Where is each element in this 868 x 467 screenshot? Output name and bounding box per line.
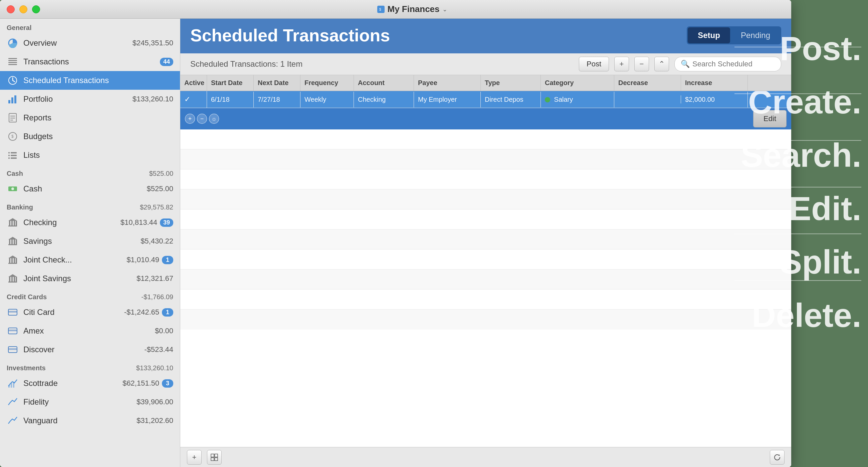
minus-icon: − (640, 60, 644, 68)
sidebar-label-overview: Overview (23, 38, 132, 48)
citi-card-icon (7, 306, 19, 318)
sidebar-section-credit: Credit Cards -$1,766.09 (0, 288, 180, 303)
svg-rect-35 (11, 239, 13, 244)
svg-point-26 (11, 188, 14, 190)
svg-rect-34 (9, 239, 10, 244)
callout-line-edit (735, 187, 861, 188)
lists-icon (7, 149, 19, 161)
svg-rect-47 (11, 277, 13, 281)
citi-badge: 1 (162, 308, 173, 316)
col-active: Active (180, 75, 207, 91)
sidebar-label-amex: Amex (23, 326, 155, 336)
sidebar-item-vanguard[interactable]: Vanguard $31,202.60 (0, 411, 180, 430)
window-title: My Finances (387, 4, 439, 14)
sidebar-item-citi[interactable]: Citi Card -$1,242.65 1 (0, 303, 180, 322)
sidebar-item-transactions[interactable]: Transactions 44 (0, 53, 180, 71)
svg-rect-61 (215, 454, 218, 457)
cell-next-date: 7/27/18 (254, 92, 301, 107)
traffic-lights (7, 5, 40, 13)
empty-row-6 (180, 230, 791, 249)
sidebar-item-overview[interactable]: Overview $245,351.50 (0, 34, 180, 53)
post-button[interactable]: Post (579, 57, 609, 71)
panel-header: Scheduled Transactions Setup Pending (180, 19, 791, 54)
maximize-button[interactable] (32, 5, 40, 13)
sidebar-label-transactions: Transactions (23, 57, 157, 66)
svg-rect-48 (14, 277, 15, 281)
svg-rect-21 (8, 155, 10, 156)
callout-line-split (735, 234, 861, 234)
empty-row-5 (180, 209, 791, 230)
callout-post: Post. (741, 27, 861, 70)
chart-icon (7, 93, 19, 105)
sidebar-amount-citi: -$1,242.65 (124, 308, 159, 316)
sidebar-item-portfolio[interactable]: Portfolio $133,260.10 (0, 90, 180, 108)
bank-joint-savings-icon (7, 272, 19, 285)
sidebar-item-budgets[interactable]: $ Budgets (0, 127, 180, 146)
empty-row-9 (180, 290, 791, 309)
callout-delete: Delete. (741, 294, 861, 337)
sidebar-item-reports[interactable]: Reports (0, 108, 180, 127)
plus-icon: + (620, 60, 624, 68)
sidebar-amount-savings: $5,430.22 (141, 237, 173, 245)
sidebar-item-checking[interactable]: Checking $10,813.44 39 (0, 213, 180, 232)
svg-marker-33 (8, 237, 17, 239)
sidebar-item-scheduled[interactable]: Scheduled Transactions (0, 71, 180, 90)
sidebar-item-lists[interactable]: Lists (0, 146, 180, 164)
sidebar-label-scheduled: Scheduled Transactions (23, 76, 173, 85)
svg-rect-23 (8, 158, 10, 159)
category-dot-icon (545, 97, 550, 102)
budgets-icon: $ (7, 130, 19, 142)
empty-row-8 (180, 269, 791, 290)
sidebar-item-discover[interactable]: Discover -$523.44 (0, 340, 180, 359)
sidebar-amount-amex: $0.00 (155, 327, 173, 335)
add-account-button[interactable]: + (187, 450, 202, 465)
col-start-date: Start Date (207, 75, 254, 91)
items-count-label: Scheduled Transactions: 1 Item (190, 59, 574, 69)
empty-row-2 (180, 149, 791, 169)
sidebar-item-fidelity[interactable]: Fidelity $39,906.00 (0, 393, 180, 411)
sidebar-item-amex[interactable]: Amex $0.00 (0, 322, 180, 340)
setup-toggle-btn[interactable]: Setup (688, 27, 730, 43)
svg-rect-38 (8, 244, 17, 245)
svg-rect-54 (8, 330, 17, 331)
sidebar-item-savings[interactable]: Savings $5,430.22 (0, 232, 180, 251)
sidebar-amount-fidelity: $39,906.00 (136, 398, 173, 406)
sidebar-item-joint-check[interactable]: Joint Check... $1,010.49 1 (0, 251, 180, 269)
chevron-down-icon[interactable]: ⌄ (442, 6, 447, 13)
svg-rect-56 (8, 348, 17, 350)
minimize-button[interactable] (19, 5, 27, 13)
svg-rect-30 (14, 221, 15, 226)
empty-row-10 (180, 309, 791, 330)
svg-line-9 (13, 80, 15, 82)
calendar-row-icon[interactable]: ☼ (209, 114, 219, 124)
add-row-icon[interactable]: + (185, 114, 195, 124)
svg-rect-62 (211, 458, 214, 461)
sidebar-item-cash[interactable]: Cash $525.00 (0, 179, 180, 198)
table-row[interactable]: ✓ 6/1/18 7/27/18 Weekly Checking My Empl… (180, 91, 791, 108)
col-frequency: Frequency (301, 75, 354, 91)
svg-rect-49 (16, 277, 17, 281)
sidebar-label-reports: Reports (23, 113, 173, 123)
title-bar: $ My Finances ⌄ (0, 0, 791, 19)
sidebar-section-general: General (0, 19, 180, 34)
sidebar-label-citi: Citi Card (23, 307, 124, 317)
flag-button[interactable]: ⌃ (654, 57, 669, 71)
sidebar-label-lists: Lists (23, 151, 173, 160)
refresh-button[interactable] (770, 450, 784, 465)
sidebar: General Overview $245,351.50 (0, 19, 180, 467)
delete-row-icon[interactable]: − (197, 114, 207, 124)
thumbnail-button[interactable] (207, 450, 222, 465)
close-button[interactable] (7, 5, 15, 13)
sidebar-item-scottrade[interactable]: Scottrade $62,151.50 3 (0, 374, 180, 393)
bank-checking-icon (7, 216, 19, 229)
add-transaction-button[interactable]: + (614, 57, 629, 71)
svg-marker-39 (8, 256, 17, 258)
sidebar-label-portfolio: Portfolio (23, 94, 132, 104)
col-next-date: Next Date (254, 75, 301, 91)
sidebar-amount-scottrade: $62,151.50 (123, 379, 159, 388)
sidebar-item-joint-savings[interactable]: Joint Savings $12,321.67 (0, 269, 180, 288)
vanguard-icon (7, 414, 19, 427)
svg-rect-43 (16, 258, 17, 263)
bank-joint-check-icon (7, 254, 19, 266)
remove-transaction-button[interactable]: − (634, 57, 649, 71)
